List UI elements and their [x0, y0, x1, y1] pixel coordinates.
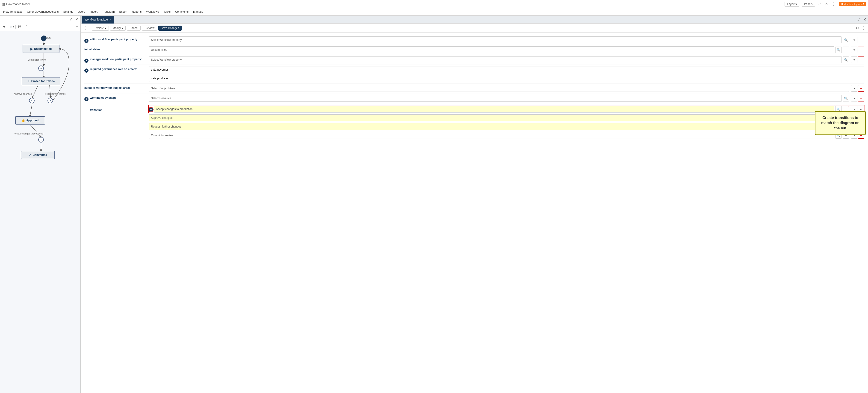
workflow-template-tab[interactable]: Workflow Template × [82, 16, 114, 24]
editor-workflow-add-icon[interactable]: + [84, 39, 89, 43]
tab-close-button[interactable]: × [109, 18, 111, 22]
circle4-node[interactable]: ● [38, 137, 44, 143]
uncommitted-node[interactable]: ▶ Uncommitted [23, 45, 59, 53]
request-label: Request further changes [44, 93, 67, 95]
toolbar-dots-icon[interactable]: ⋮ [83, 25, 88, 31]
check-icon: ☑ [29, 153, 31, 157]
save-button[interactable]: Save Changes [158, 26, 182, 31]
manager-workflow-control: Select Workflow property 🔍 ▾ − [149, 56, 864, 63]
committed-node[interactable]: ☑ Committed [21, 151, 55, 159]
manager-workflow-select[interactable]: Select Workflow property [149, 56, 842, 63]
filter-icon[interactable]: ▼ [1, 25, 7, 30]
approve-label: Approve changes [14, 93, 32, 95]
preview-button[interactable]: Preview [142, 26, 157, 31]
panel-expand-icon[interactable]: ⤢ [857, 17, 861, 22]
working-copy-control: Select Resource 🔍 ▾ − [149, 95, 864, 102]
expand-icon[interactable]: ⤢ [68, 17, 73, 22]
initial-status-expand-btn[interactable]: ▾ [851, 47, 858, 53]
transition-1-select[interactable]: Accept changes to production [154, 105, 834, 113]
manager-workflow-row: + manager workflow participant property:… [84, 55, 864, 65]
editor-workflow-select-row: Select Workflow property 🔍 ▾ − [149, 36, 864, 43]
nav-transform[interactable]: Transform [100, 8, 117, 16]
initial-status-select[interactable]: Uncommitted [149, 47, 834, 53]
editor-workflow-select[interactable]: Select Workflow property [149, 36, 842, 43]
circle1-node[interactable]: ● [38, 65, 44, 71]
explore-button[interactable]: Explore ▾ [92, 26, 109, 31]
diagram-disk-btn[interactable]: 💾 [17, 25, 23, 29]
initial-status-search-btn[interactable]: 🔍 [835, 47, 842, 53]
app-title-area: ▦ Governance Model [2, 2, 30, 6]
governance-row-1 [149, 66, 864, 73]
modify-button[interactable]: Modify ▾ [110, 26, 126, 31]
nav-manage[interactable]: Manage [191, 8, 205, 16]
right-panel: Workflow Template × ⤢ ✕ ⋮ Explore ▾ Modi… [81, 16, 868, 393]
cancel-button[interactable]: Cancel [127, 26, 141, 31]
subject-area-remove-btn[interactable]: − [858, 85, 864, 92]
nav-other-governance[interactable]: Other Governance Assets [25, 8, 61, 16]
svg-line-4 [50, 85, 51, 98]
nav-comments[interactable]: Comments [173, 8, 191, 16]
nav-import[interactable]: Import [87, 8, 100, 16]
required-governance-label: + required governance role on create: [84, 66, 149, 73]
initial-status-remove-btn[interactable]: − [858, 47, 864, 53]
transition-4-select[interactable]: Commit for review [149, 132, 834, 139]
working-copy-remove-btn[interactable]: − [858, 95, 864, 101]
manager-workflow-expand-btn[interactable]: ▾ [851, 57, 858, 63]
toolbar-right: ⚙ ⋮ [855, 25, 866, 31]
transition-3-select[interactable]: Request further changes [149, 123, 834, 130]
panels-button[interactable]: Panels [802, 2, 815, 7]
transition-row-2: Approve changes 🔍 + ▾ ↩ [149, 114, 864, 121]
manager-workflow-add-icon[interactable]: + [84, 59, 89, 63]
callout-tooltip: Create transitions to match the diagram … [815, 111, 866, 135]
editor-workflow-remove-btn[interactable]: − [858, 37, 864, 43]
layouts-button[interactable]: Layouts [784, 2, 799, 7]
close-panel-icon[interactable]: ✕ [74, 17, 79, 22]
settings-icon-button[interactable]: ⚙ [855, 25, 860, 31]
approved-node[interactable]: 👍 Approved [15, 116, 45, 125]
working-copy-search-btn[interactable]: 🔍 [843, 95, 849, 101]
top-bar-right: Layouts Panels ↩ ⌂ ⋮ Under development! [784, 1, 866, 7]
transition-2-select[interactable]: Approve changes [149, 114, 834, 121]
transition-row-3: Request further changes 🔍 + ▾ ↩ [149, 123, 864, 130]
app-title: Governance Model [6, 3, 30, 6]
top-bar: ▦ Governance Model Layouts Panels ↩ ⌂ ⋮ … [0, 0, 868, 8]
home-button[interactable]: ⌂ [825, 2, 829, 7]
working-copy-expand-btn[interactable]: ▾ [851, 95, 858, 101]
manager-workflow-search-btn[interactable]: 🔍 [843, 57, 849, 63]
diagram-save-btn[interactable]: 📋▾ [8, 25, 16, 29]
editor-workflow-expand-btn[interactable]: ▾ [851, 37, 858, 43]
diagram-area: start ▶ Uncommitted Commit for review ● … [0, 31, 81, 393]
nav-export[interactable]: Export [117, 8, 130, 16]
editor-workflow-search-btn[interactable]: 🔍 [843, 37, 849, 43]
panel-close-icon[interactable]: ✕ [862, 17, 867, 22]
working-copy-label: + working copy shape: [84, 95, 149, 101]
circle2-node[interactable]: ● [29, 98, 35, 103]
circle3-node[interactable]: ● [48, 98, 53, 103]
nav-flow-templates[interactable]: Flow Templates [1, 8, 25, 16]
status-badge: Under development! [839, 2, 866, 6]
svg-line-3 [32, 85, 38, 98]
manager-workflow-remove-btn[interactable]: − [858, 57, 864, 63]
nav-tasks[interactable]: Tasks [161, 8, 173, 16]
data-governor-input[interactable] [149, 66, 864, 73]
nav-settings[interactable]: Settings [61, 8, 75, 16]
more-options-button[interactable]: ⋮ [831, 1, 836, 7]
subject-area-select[interactable]: Select Subject Area [149, 85, 849, 92]
undo-button[interactable]: ↩ [817, 1, 822, 7]
diagram-add-icon[interactable]: + [75, 24, 79, 30]
working-copy-add-icon[interactable]: + [84, 97, 89, 101]
frozen-node[interactable]: ⏸ Frozen for Review [22, 77, 60, 85]
nav-workflows[interactable]: Workflows [144, 8, 161, 16]
nav-users[interactable]: Users [75, 8, 87, 16]
diagram-more-icon[interactable]: ⋮ [24, 24, 30, 30]
subject-area-expand-btn[interactable]: ▾ [851, 85, 858, 92]
data-producer-input[interactable] [149, 75, 864, 82]
initial-status-add-btn[interactable]: + [843, 47, 849, 53]
working-copy-select[interactable]: Select Resource [149, 95, 842, 102]
required-governance-control [149, 66, 864, 82]
required-governance-add-icon[interactable]: + [84, 68, 89, 73]
transition-1-add-icon[interactable]: + [149, 108, 153, 112]
more-icon-button[interactable]: ⋮ [861, 25, 866, 31]
nav-reports[interactable]: Reports [129, 8, 144, 16]
nav-bar: Flow Templates Other Governance Assets S… [0, 8, 868, 16]
